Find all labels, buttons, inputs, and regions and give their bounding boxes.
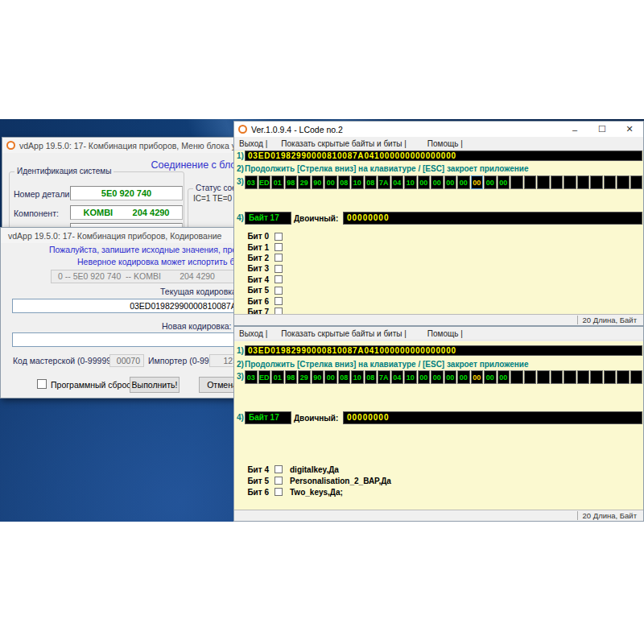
new-coding-label: Новая кодировка:	[162, 321, 231, 331]
menu-show-hidden[interactable]: Показать скрытые байты и биты |	[279, 329, 408, 338]
byte-cell-empty[interactable]	[630, 370, 643, 384]
close-button[interactable]: ✕	[616, 122, 643, 137]
byte-cell-empty[interactable]	[510, 175, 523, 189]
byte-cell-empty[interactable]	[604, 175, 617, 189]
bit-checkbox[interactable]	[275, 265, 283, 273]
lcode-bottom-content: 1) 03ED01982990000810087A041000000000000…	[234, 341, 643, 511]
byte-cell[interactable]: 00	[497, 370, 510, 384]
byte-cell[interactable]: 00	[444, 370, 457, 384]
bit-checkbox[interactable]	[275, 287, 283, 295]
byte-cell-empty[interactable]	[590, 370, 603, 384]
byte-cell[interactable]: 10	[351, 370, 364, 384]
byte-cell[interactable]: 01	[271, 175, 284, 189]
byte-cell-empty[interactable]	[537, 175, 550, 189]
menu-exit[interactable]: Выход |	[237, 139, 269, 148]
byte-cell[interactable]: 00	[431, 175, 444, 189]
bit-checkbox[interactable]	[275, 297, 283, 305]
byte-cell[interactable]: 7A	[378, 175, 390, 189]
byte-cell-empty[interactable]	[524, 175, 537, 189]
bit-label: Бит 4	[245, 275, 269, 284]
byte-cell[interactable]: ED	[258, 370, 271, 384]
byte-cell[interactable]: 08	[365, 175, 378, 189]
byte-cell-empty[interactable]	[630, 175, 643, 189]
byte-cell[interactable]: 90	[312, 175, 324, 189]
byte-cell-empty[interactable]	[590, 175, 603, 189]
byte-cell[interactable]: 00	[471, 175, 484, 189]
byte-cell-empty[interactable]	[617, 175, 630, 189]
line1-number: 1)	[237, 346, 245, 355]
maximize-button[interactable]: ☐	[588, 122, 616, 137]
byte-cell[interactable]: 7A	[378, 370, 390, 384]
byte-cell[interactable]: 00	[497, 175, 510, 189]
byte-cell[interactable]: 00	[324, 175, 337, 189]
bit-checkbox[interactable]	[275, 254, 283, 262]
byte-cell-empty[interactable]	[537, 370, 550, 384]
byte-cell[interactable]: 03	[245, 175, 258, 189]
lcode-titlebar[interactable]: Ver.1.0.9.4 - LCode no.2 – ☐ ✕	[234, 122, 643, 137]
byte-cell-empty[interactable]	[604, 370, 617, 384]
byte-cell[interactable]: 08	[338, 370, 351, 384]
bit-checkbox[interactable]	[275, 477, 283, 485]
bit-checkbox[interactable]	[275, 243, 283, 251]
byte-cell[interactable]: 00	[457, 175, 470, 189]
byte-cell-empty[interactable]	[564, 175, 576, 189]
component-value: KOMBI 204 4290	[70, 205, 183, 220]
bit-checkbox[interactable]	[275, 233, 283, 241]
byte-cell[interactable]: 90	[312, 370, 324, 384]
program-reset-checkbox[interactable]	[37, 379, 47, 389]
byte-cell-empty[interactable]	[617, 370, 630, 384]
bit-row: Бит 6Two_keys,Да;	[234, 486, 643, 497]
byte-cell-empty[interactable]	[551, 175, 564, 189]
byte-cell[interactable]: 01	[271, 370, 284, 384]
lcode-bottom-statusbar: 20 Длина, Байт	[234, 510, 643, 521]
byte-cell[interactable]: 08	[365, 370, 378, 384]
execute-button[interactable]: Выполнить!	[130, 377, 180, 393]
byte-cell-row: 03ED01982990000810087A041000000000000000	[245, 370, 642, 384]
bit-checkbox[interactable]	[275, 465, 283, 473]
minimize-button[interactable]: –	[561, 122, 588, 137]
byte-cell[interactable]: 00	[444, 175, 457, 189]
bit-checkbox[interactable]	[275, 275, 283, 283]
byte-cell[interactable]: 29	[298, 175, 311, 189]
byte-cell[interactable]: 10	[404, 370, 417, 384]
byte-cell-empty[interactable]	[577, 175, 590, 189]
byte-cell-empty[interactable]	[577, 370, 590, 384]
line4-number: 4)	[237, 413, 245, 422]
length-status: 20 Длина, Байт	[577, 511, 642, 520]
bit-row: Бит 6	[234, 295, 643, 306]
bit-checkbox[interactable]	[275, 488, 283, 496]
menu-show-hidden[interactable]: Показать скрытые байты и биты |	[279, 139, 408, 148]
byte-cell[interactable]: 03	[245, 370, 258, 384]
vdapp-icon	[6, 141, 15, 150]
byte-cell[interactable]: 00	[324, 370, 337, 384]
byte-cell[interactable]: 10	[404, 175, 417, 189]
byte-cell[interactable]: 00	[418, 370, 431, 384]
binary-label: Двоичный:	[294, 414, 338, 423]
menu-exit[interactable]: Выход |	[237, 329, 269, 338]
byte-cell-empty[interactable]	[564, 370, 576, 384]
byte-cell[interactable]: 00	[418, 175, 431, 189]
byte-cell[interactable]: 98	[285, 175, 298, 189]
byte-cell[interactable]: 00	[471, 370, 484, 384]
importer-label: Импортер (0-999):	[148, 356, 219, 365]
bit-label: Бит 1	[245, 243, 269, 252]
workshop-code-field[interactable]: 00070	[109, 354, 144, 367]
byte-cell[interactable]: 98	[285, 370, 298, 384]
byte-cell[interactable]: 10	[351, 175, 364, 189]
byte-cell[interactable]: 00	[431, 370, 444, 384]
byte-cell[interactable]: 04	[391, 370, 404, 384]
menu-help[interactable]: Помощь |	[426, 139, 464, 148]
byte-cell-empty[interactable]	[510, 370, 523, 384]
byte-cell[interactable]: 00	[484, 175, 497, 189]
bit-description: Two_keys,Да;	[290, 488, 343, 497]
byte-cell-empty[interactable]	[524, 370, 537, 384]
byte-cell[interactable]: ED	[258, 175, 271, 189]
byte-cell[interactable]: 04	[391, 175, 404, 189]
byte-cell[interactable]: 00	[484, 370, 497, 384]
byte-cell[interactable]: 29	[298, 370, 311, 384]
byte-cell[interactable]: 00	[457, 370, 470, 384]
byte-cell-empty[interactable]	[551, 370, 564, 384]
menu-help[interactable]: Помощь |	[426, 329, 464, 338]
lcode-top-menubar: Выход | Показать скрытые байты и биты | …	[234, 137, 643, 151]
byte-cell[interactable]: 08	[338, 175, 351, 189]
